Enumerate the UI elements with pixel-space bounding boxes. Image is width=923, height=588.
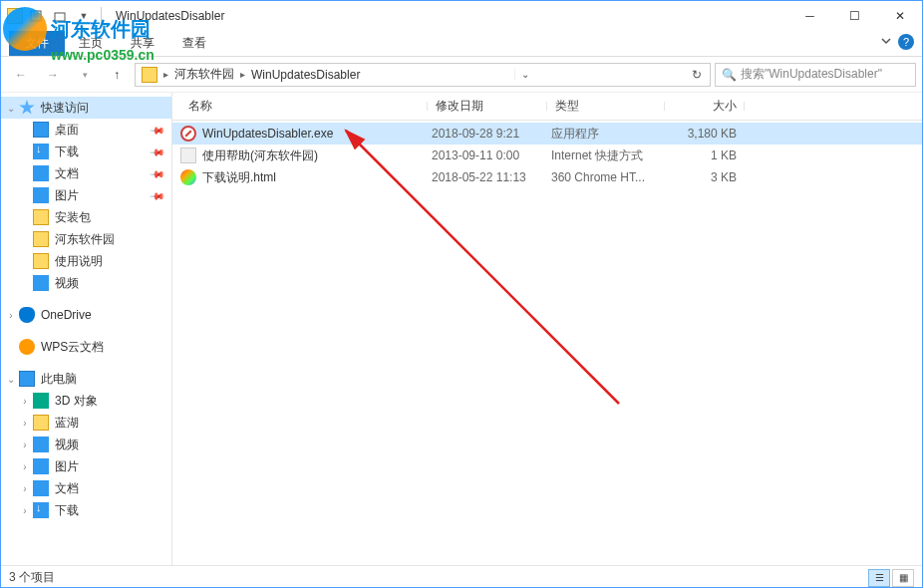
- file-type: 应用程序: [543, 126, 661, 143]
- refresh-icon[interactable]: ↻: [686, 68, 708, 82]
- qat-properties[interactable]: [25, 5, 47, 27]
- chevron-right-icon[interactable]: ›: [5, 310, 17, 321]
- ribbon-file-tab[interactable]: 文件: [9, 31, 65, 56]
- item-icon: [33, 415, 49, 431]
- sidebar-item-label: 下载: [55, 502, 79, 519]
- sidebar-item[interactable]: 使用说明: [1, 250, 171, 272]
- file-row[interactable]: 使用帮助(河东软件园)2013-09-11 0:00Internet 快捷方式1…: [172, 145, 922, 166]
- qat-newfolder[interactable]: [49, 5, 71, 27]
- sidebar-item[interactable]: ›下载: [1, 499, 171, 521]
- file-name: 下载说明.html: [202, 169, 276, 186]
- sidebar-item[interactable]: ›图片: [1, 455, 171, 477]
- column-date[interactable]: 修改日期: [428, 98, 547, 115]
- sidebar: ⌄ 快速访问 桌面📌下载📌文档📌图片📌安装包河东软件园使用说明视频 › OneD…: [1, 93, 172, 565]
- sidebar-item-label: 使用说明: [55, 253, 103, 270]
- file-date: 2018-09-28 9:21: [424, 127, 543, 141]
- breadcrumb-history-dropdown[interactable]: ⌄: [514, 69, 535, 80]
- chevron-down-icon[interactable]: ⌄: [5, 374, 17, 385]
- sidebar-item[interactable]: 桌面📌: [1, 119, 171, 141]
- sidebar-thispc[interactable]: ⌄ 此电脑: [1, 368, 171, 390]
- sidebar-item[interactable]: ›文档: [1, 477, 171, 499]
- sidebar-quickaccess[interactable]: ⌄ 快速访问: [1, 97, 171, 119]
- sidebar-label: 此电脑: [41, 371, 77, 388]
- file-size: 3,180 KB: [661, 127, 737, 141]
- view-icons-button[interactable]: ▦: [892, 569, 914, 587]
- item-icon: [33, 209, 49, 225]
- breadcrumb-folder-icon: [142, 67, 157, 83]
- view-switcher: ☰ ▦: [868, 569, 914, 587]
- sidebar-item[interactable]: 河东软件园: [1, 228, 171, 250]
- minimize-button[interactable]: ─: [787, 1, 832, 31]
- breadcrumb-seg-1[interactable]: WinUpdatesDisabler: [247, 68, 364, 82]
- breadcrumb-seg-0[interactable]: 河东软件园: [170, 66, 238, 83]
- pin-icon: 📌: [150, 144, 165, 159]
- sidebar-item[interactable]: 文档📌: [1, 162, 171, 184]
- help-icon[interactable]: ?: [898, 34, 914, 50]
- chevron-right-icon[interactable]: ›: [19, 505, 31, 516]
- nav-recent-dropdown[interactable]: ▾: [71, 61, 99, 89]
- close-button[interactable]: ✕: [877, 1, 922, 31]
- nav-back-button[interactable]: ←: [7, 61, 35, 89]
- view-details-button[interactable]: ☰: [868, 569, 890, 587]
- svg-rect-3: [55, 13, 65, 21]
- pc-icon: [19, 371, 35, 387]
- maximize-button[interactable]: ☐: [832, 1, 877, 31]
- window-controls: ─ ☐ ✕: [787, 1, 922, 31]
- file-name: 使用帮助(河东软件园): [202, 147, 318, 164]
- column-type[interactable]: 类型: [547, 98, 665, 115]
- content-area: 名称 修改日期 类型 大小 WinUpdatesDisabler.exe2018…: [172, 93, 922, 565]
- breadcrumb[interactable]: ▸ 河东软件园 ▸ WinUpdatesDisabler ⌄ ↻: [135, 63, 711, 87]
- nav-forward-button: →: [39, 61, 67, 89]
- qat-dropdown[interactable]: ▼: [73, 5, 95, 27]
- nav-up-button[interactable]: ↑: [103, 61, 131, 89]
- sidebar-item[interactable]: 图片📌: [1, 184, 171, 206]
- file-type: 360 Chrome HT...: [543, 170, 661, 184]
- item-icon: [33, 253, 49, 269]
- sidebar-item[interactable]: 视频: [1, 272, 171, 294]
- item-icon: [33, 480, 49, 496]
- onedrive-icon: [19, 307, 35, 323]
- ribbon-expand-icon[interactable]: [880, 35, 892, 50]
- item-icon: [33, 165, 49, 181]
- item-icon: [33, 144, 49, 159]
- chevron-down-icon[interactable]: ⌄: [5, 103, 17, 114]
- item-icon: [33, 122, 49, 138]
- ribbon-tab-home[interactable]: 主页: [65, 31, 117, 56]
- file-icon: [180, 147, 196, 163]
- chevron-right-icon[interactable]: ▸: [161, 69, 170, 80]
- sidebar-item[interactable]: ›蓝湖: [1, 412, 171, 434]
- sidebar-item-label: 3D 对象: [55, 393, 98, 410]
- column-name[interactable]: 名称: [180, 98, 428, 115]
- sidebar-label: OneDrive: [41, 308, 92, 322]
- chevron-right-icon[interactable]: ▸: [238, 69, 247, 80]
- chevron-right-icon[interactable]: ›: [19, 483, 31, 494]
- chevron-right-icon[interactable]: ›: [19, 396, 31, 407]
- ribbon-tab-share[interactable]: 共享: [117, 31, 168, 56]
- item-icon: [33, 393, 49, 409]
- chevron-right-icon[interactable]: ›: [19, 461, 31, 472]
- file-list[interactable]: WinUpdatesDisabler.exe2018-09-28 9:21应用程…: [172, 121, 922, 565]
- sidebar-onedrive[interactable]: › OneDrive: [1, 304, 171, 326]
- sidebar-label: 快速访问: [41, 100, 89, 117]
- sidebar-item[interactable]: 安装包: [1, 206, 171, 228]
- ribbon-tab-view[interactable]: 查看: [168, 31, 220, 56]
- sidebar-item[interactable]: ›3D 对象: [1, 390, 171, 412]
- file-name: WinUpdatesDisabler.exe: [202, 127, 333, 141]
- search-input[interactable]: 🔍 搜索"WinUpdatesDisabler": [715, 63, 916, 87]
- star-icon: [19, 100, 35, 116]
- file-row[interactable]: 下载说明.html2018-05-22 11:13360 Chrome HT..…: [172, 166, 922, 188]
- chevron-right-icon[interactable]: ›: [19, 440, 31, 450]
- item-icon: [33, 231, 49, 247]
- sidebar-item[interactable]: ›视频: [1, 434, 171, 455]
- sidebar-item-label: 文档: [55, 165, 79, 182]
- pin-icon: 📌: [150, 165, 165, 181]
- sidebar-wps[interactable]: WPS云文档: [1, 336, 171, 358]
- separator: [101, 7, 102, 25]
- column-size[interactable]: 大小: [665, 98, 745, 115]
- search-icon: 🔍: [722, 68, 737, 82]
- sidebar-item-label: 视频: [55, 437, 79, 453]
- file-row[interactable]: WinUpdatesDisabler.exe2018-09-28 9:21应用程…: [172, 123, 922, 145]
- ribbon-tabs: 文件 主页 共享 查看 ?: [1, 31, 922, 57]
- sidebar-item[interactable]: 下载📌: [1, 141, 171, 162]
- chevron-right-icon[interactable]: ›: [19, 418, 31, 429]
